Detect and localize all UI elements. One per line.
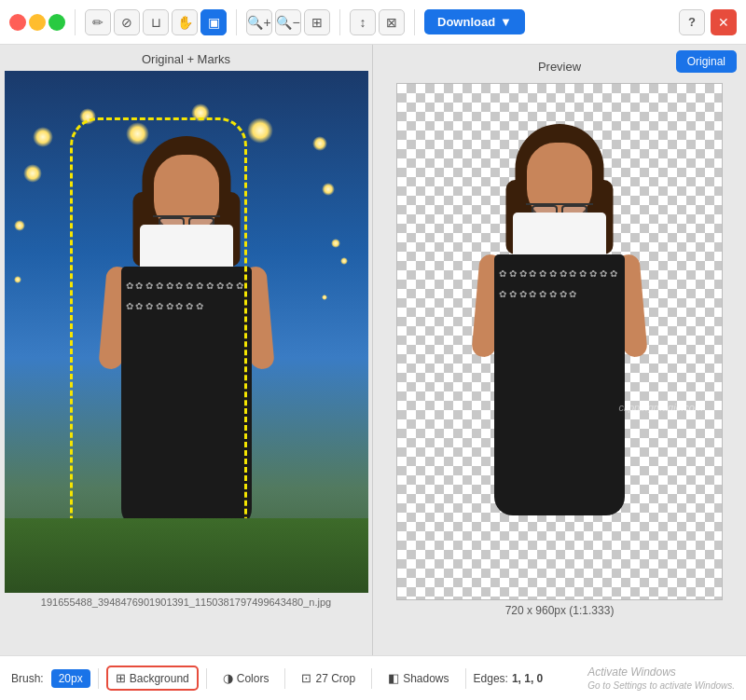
light-dot [14,276,21,283]
edges-display: Edges: 1, 1, 0 [474,672,544,685]
close-window-btn[interactable] [9,14,26,31]
separator-4 [414,9,415,35]
crop-tool-icon: ⊡ [301,671,311,685]
light-dot [33,127,53,147]
dimensions-text: 720 x 960px (1:1.333) [505,600,615,621]
right-panel-header: Preview Original [373,45,746,83]
activate-windows-text: Activate Windows Go to Settings to activ… [587,666,735,692]
ground [5,518,368,593]
light-dot [23,164,42,183]
eraser-tool-btn[interactable]: ⊘ [114,9,140,35]
download-label: Download [437,15,495,29]
light-dot [14,220,25,231]
download-button[interactable]: Download ▼ [424,9,525,34]
dress-right [494,254,625,515]
colors-tool-icon: ◑ [223,671,233,685]
light-dot [331,239,340,248]
separator-bottom-3 [284,668,285,689]
activate-label: Activate Windows [587,666,676,679]
watermark: clippingmagic.com [619,402,703,413]
zoom-fit-btn[interactable]: ⊞ [304,9,330,35]
background-tool-label: Background [130,672,189,685]
person-figure-right [457,115,662,599]
brush-size-button[interactable]: 20px [51,669,90,688]
light-dot [340,257,348,265]
colors-tool-label: Colors [237,672,269,685]
help-button[interactable]: ? [679,9,705,35]
face-right [527,143,592,222]
light-dot [322,183,335,196]
lasso-tool-btn[interactable]: ⊔ [143,9,169,35]
edit-tools: ✏ ⊘ ⊔ ✋ ▣ [85,9,227,35]
separator-1 [75,9,76,35]
original-button[interactable]: Original [676,50,737,73]
shadows-tool-icon: ◧ [388,671,399,685]
left-image-container[interactable] [5,71,368,593]
left-panel-title: Original + Marks [142,45,230,71]
flip-v-btn[interactable]: ↕ [350,9,376,35]
window-controls [9,14,65,31]
select-tool-btn[interactable]: ▣ [200,9,227,35]
close-icon: ✕ [718,15,729,30]
colors-tool-btn[interactable]: ◑ Colors [214,666,278,690]
hand-tool-btn[interactable]: ✋ [172,9,198,35]
transform-tools: ↕ ⊠ [350,9,405,35]
right-image-container[interactable]: clippingmagic.com [396,83,723,600]
maximize-window-btn[interactable] [48,14,65,31]
activate-sublabel: Go to Settings to activate Windows. [587,680,735,691]
right-panel-title: Preview [538,52,581,78]
zoom-in-btn[interactable]: 🔍+ [246,9,272,35]
background-tool-icon: ⊞ [116,671,126,685]
main-content: Original + Marks [0,45,746,655]
separator-bottom-2 [206,668,207,689]
shadows-tool-btn[interactable]: ◧ Shadows [380,666,457,690]
filename-text: 191655488_3948476901901391_1150381797499… [41,593,331,611]
crop-tool-label: 27 Crop [315,672,355,685]
separator-bottom-4 [371,668,372,689]
minimize-window-btn[interactable] [29,14,46,31]
left-panel: Original + Marks [0,45,373,655]
light-dot [322,295,327,300]
crop-transform-btn[interactable]: ⊠ [379,9,405,35]
app-close-button[interactable]: ✕ [711,9,737,35]
bottom-toolbar: Brush: 20px ⊞ Background ◑ Colors ⊡ 27 C… [0,655,746,700]
top-toolbar: ✏ ⊘ ⊔ ✋ ▣ 🔍+ 🔍− ⊞ ↕ ⊠ Download ▼ ? ✕ [0,0,746,45]
separator-bottom-1 [98,668,99,689]
separator-bottom-5 [465,668,466,689]
light-dot [79,108,96,125]
edges-label: Edges: [474,672,508,685]
face [154,155,219,234]
zoom-tools: 🔍+ 🔍− ⊞ [246,9,330,35]
right-panel: Preview Original clipping [373,45,746,655]
edges-value: 1, 1, 0 [512,672,543,685]
pencil-tool-btn[interactable]: ✏ [85,9,111,35]
separator-3 [339,9,340,35]
dress [121,267,252,528]
brush-label: Brush: [11,672,44,685]
download-arrow-icon: ▼ [500,15,512,29]
background-tool-btn[interactable]: ⊞ Background [106,666,199,691]
help-label: ? [688,15,696,29]
shadows-tool-label: Shadows [403,672,449,685]
light-dot [191,103,210,122]
crop-tool-btn[interactable]: ⊡ 27 Crop [293,666,364,690]
separator-2 [236,9,237,35]
light-dot [312,136,327,151]
zoom-out-btn[interactable]: 🔍− [275,9,301,35]
